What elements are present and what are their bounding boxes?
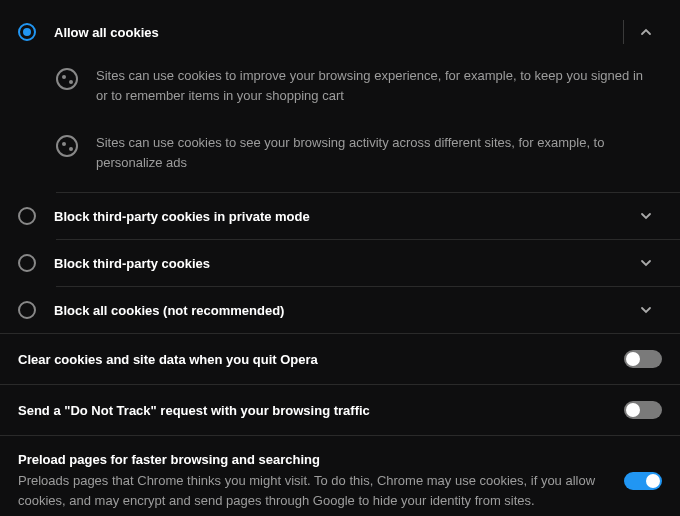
setting-clear-on-quit[interactable]: Clear cookies and site data when you qui… (0, 334, 680, 385)
option-detail: Sites can use cookies to improve your br… (0, 58, 680, 113)
chevron-down-icon[interactable] (630, 210, 662, 222)
toggle-switch[interactable] (624, 401, 662, 419)
toggle-switch[interactable] (624, 350, 662, 368)
option-label: Allow all cookies (54, 25, 623, 40)
radio-icon (18, 254, 36, 272)
setting-description: Preloads pages that Chrome thinks you mi… (18, 471, 604, 510)
detail-text: Sites can use cookies to improve your br… (96, 66, 662, 105)
detail-text: Sites can use cookies to see your browsi… (96, 133, 662, 172)
setting-preload-pages[interactable]: Preload pages for faster browsing and se… (0, 436, 680, 516)
separator (623, 20, 624, 44)
chevron-down-icon[interactable] (630, 304, 662, 316)
setting-title: Clear cookies and site data when you qui… (18, 352, 604, 367)
cookie-option-block-3p[interactable]: Block third-party cookies (0, 240, 680, 286)
option-label: Block all cookies (not recommended) (54, 303, 630, 318)
setting-do-not-track[interactable]: Send a "Do Not Track" request with your … (0, 385, 680, 436)
cookie-icon (56, 68, 78, 90)
toggle-switch[interactable] (624, 472, 662, 490)
cookie-settings-panel: Allow all cookies Sites can use cookies … (0, 0, 680, 516)
radio-icon (18, 301, 36, 319)
setting-title: Send a "Do Not Track" request with your … (18, 403, 604, 418)
cookie-icon (56, 135, 78, 157)
radio-icon (18, 23, 36, 41)
cookie-option-block-all[interactable]: Block all cookies (not recommended) (0, 287, 680, 333)
option-detail: Sites can use cookies to see your browsi… (0, 125, 680, 180)
cookie-option-block-3p-private[interactable]: Block third-party cookies in private mod… (0, 193, 680, 239)
cookie-option-allow-all[interactable]: Allow all cookies (0, 6, 680, 58)
radio-icon (18, 207, 36, 225)
setting-title: Preload pages for faster browsing and se… (18, 452, 604, 467)
chevron-up-icon[interactable] (630, 26, 662, 38)
option-label: Block third-party cookies in private mod… (54, 209, 630, 224)
chevron-down-icon[interactable] (630, 257, 662, 269)
option-label: Block third-party cookies (54, 256, 630, 271)
